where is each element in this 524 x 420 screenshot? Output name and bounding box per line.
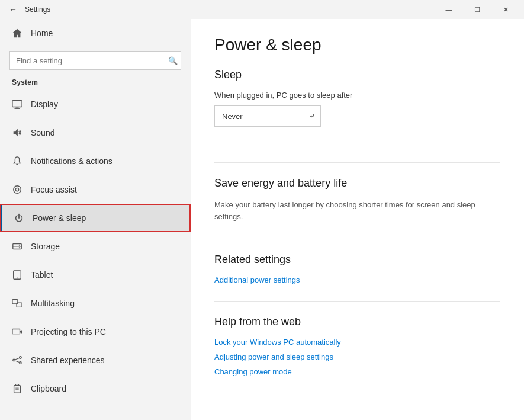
sleep-section: Sleep When plugged in, PC goes to sleep …	[214, 69, 500, 146]
projecting-icon	[12, 326, 22, 337]
sidebar-item-storage[interactable]: Storage	[0, 232, 191, 261]
minimize-button[interactable]: —	[435, 0, 462, 19]
shared-label: Shared experiences	[31, 355, 105, 365]
svg-marker-3	[14, 129, 18, 137]
titlebar: ← Settings — ☐ ✕	[0, 0, 524, 19]
sleep-title: Sleep	[214, 69, 500, 81]
home-icon	[12, 28, 22, 39]
sidebar: Home 🔍 System Display Sound	[0, 19, 191, 420]
svg-point-8	[19, 245, 20, 246]
window-title: Settings	[25, 5, 435, 14]
sidebar-item-notifications[interactable]: Notifications & actions	[0, 147, 191, 175]
main-layout: Home 🔍 System Display Sound	[0, 19, 524, 420]
sleep-label: When plugged in, PC goes to sleep after	[214, 91, 500, 100]
multitasking-label: Multitasking	[31, 299, 75, 308]
focus-icon	[12, 184, 22, 195]
clipboard-icon	[12, 383, 22, 394]
storage-label: Storage	[31, 242, 60, 251]
sidebar-section-label: System	[0, 76, 191, 90]
svg-point-5	[15, 188, 18, 191]
clipboard-label: Clipboard	[31, 384, 66, 393]
window-controls: — ☐ ✕	[435, 0, 519, 19]
maximize-button[interactable]: ☐	[464, 0, 491, 19]
sidebar-item-power[interactable]: Power & sleep	[0, 204, 191, 232]
svg-point-11	[17, 278, 18, 279]
svg-line-19	[15, 361, 19, 363]
display-label: Display	[31, 100, 58, 109]
content-area: Power & sleep Sleep When plugged in, PC …	[191, 19, 524, 420]
power-label: Power & sleep	[33, 213, 86, 223]
svg-point-4	[14, 186, 21, 194]
home-label: Home	[31, 28, 53, 38]
tablet-label: Tablet	[31, 270, 53, 280]
notifications-icon	[12, 156, 22, 166]
sleep-dropdown-wrapper: Never 1 minute 2 minutes 5 minutes 10 mi…	[214, 105, 321, 127]
lock-pc-link[interactable]: Lock your Windows PC automatically	[214, 338, 500, 347]
sidebar-item-tablet[interactable]: Tablet	[0, 261, 191, 289]
battery-description: Make your battery last longer by choosin…	[214, 199, 500, 222]
projecting-label: Projecting to this PC	[31, 327, 106, 336]
divider-2	[214, 239, 500, 239]
search-box: 🔍	[9, 51, 181, 70]
svg-line-18	[15, 358, 19, 360]
display-icon	[12, 99, 22, 110]
help-title: Help from the web	[214, 316, 500, 328]
tablet-icon	[12, 270, 22, 280]
sound-label: Sound	[31, 128, 54, 137]
related-title: Related settings	[214, 254, 500, 266]
sidebar-item-multitasking[interactable]: Multitasking	[0, 289, 191, 318]
battery-section: Save energy and battery life Make your b…	[214, 177, 500, 222]
sidebar-item-projecting[interactable]: Projecting to this PC	[0, 318, 191, 346]
sidebar-item-focus[interactable]: Focus assist	[0, 175, 191, 204]
help-section: Help from the web Lock your Windows PC a…	[214, 316, 500, 376]
notifications-label: Notifications & actions	[31, 156, 112, 166]
storage-icon	[12, 241, 22, 252]
sidebar-item-home[interactable]: Home	[0, 19, 191, 47]
additional-power-link[interactable]: Additional power settings	[214, 275, 500, 284]
svg-point-17	[20, 362, 22, 364]
focus-label: Focus assist	[31, 185, 77, 194]
search-icon: 🔍	[168, 56, 178, 65]
sidebar-item-shared[interactable]: Shared experiences	[0, 346, 191, 374]
close-button[interactable]: ✕	[492, 0, 519, 19]
sleep-dropdown[interactable]: Never 1 minute 2 minutes 5 minutes 10 mi…	[214, 105, 321, 127]
power-icon	[14, 213, 24, 223]
sidebar-item-clipboard[interactable]: Clipboard	[0, 374, 191, 403]
divider-1	[214, 162, 500, 163]
divider-3	[214, 301, 500, 302]
page-title: Power & sleep	[214, 36, 500, 54]
sidebar-item-display[interactable]: Display	[0, 90, 191, 118]
sidebar-item-sound[interactable]: Sound	[0, 118, 191, 147]
svg-point-16	[20, 357, 22, 359]
search-input[interactable]	[9, 51, 181, 70]
power-sleep-link[interactable]: Adjusting power and sleep settings	[214, 352, 500, 361]
svg-rect-0	[12, 101, 22, 107]
svg-rect-14	[12, 329, 20, 334]
back-button[interactable]: ←	[5, 1, 21, 18]
svg-rect-20	[14, 386, 21, 393]
power-mode-link[interactable]: Changing power mode	[214, 367, 500, 376]
related-section: Related settings Additional power settin…	[214, 254, 500, 284]
battery-title: Save energy and battery life	[214, 177, 500, 190]
svg-point-9	[19, 247, 20, 248]
shared-icon	[12, 355, 22, 366]
multitasking-icon	[12, 298, 22, 309]
sound-icon	[12, 127, 22, 138]
svg-point-15	[13, 359, 15, 361]
